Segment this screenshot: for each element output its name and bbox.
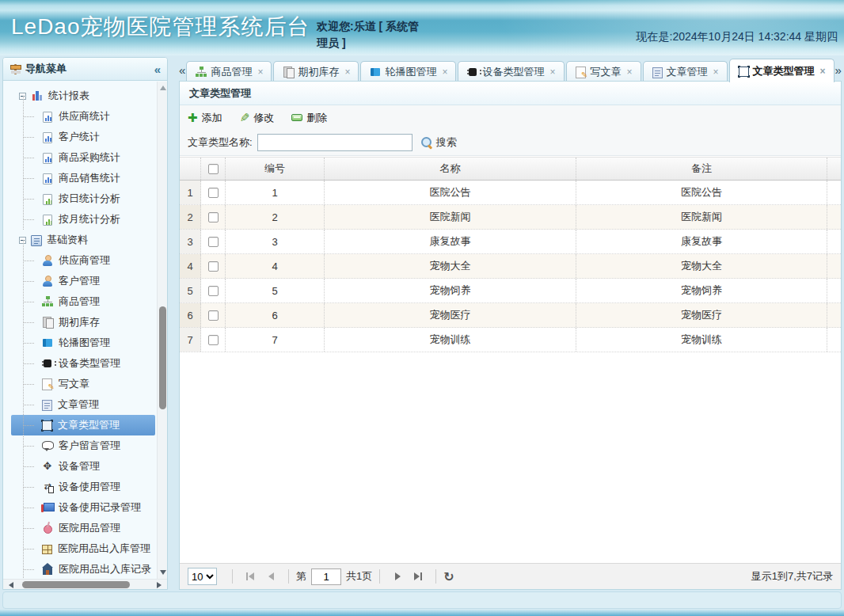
tree-item[interactable]: 商品销售统计 <box>11 168 155 188</box>
scroll-up-icon[interactable] <box>160 86 166 90</box>
horizontal-scroll-thumb[interactable] <box>22 581 130 588</box>
last-page-button[interactable] <box>408 568 428 585</box>
tree-item[interactable]: 客户管理 <box>11 271 155 291</box>
nav-panel: 导航菜单 « 统计报表 供应商统计 客户统计 <box>2 57 168 590</box>
delete-button[interactable]: 删除 <box>291 111 327 125</box>
tree-item[interactable]: 写文章 <box>11 374 155 394</box>
tab[interactable]: 轮播图管理 × <box>360 61 456 82</box>
tree-item[interactable]: 按日统计分析 <box>11 188 155 209</box>
row-checkbox[interactable] <box>208 237 219 247</box>
tab-close-icon[interactable]: × <box>627 68 633 76</box>
page-size-select[interactable]: 10 <box>188 568 217 585</box>
tab-close-icon[interactable]: × <box>344 68 350 76</box>
tree-item[interactable]: 供应商管理 <box>11 250 155 271</box>
tree-item[interactable]: 商品采购统计 <box>11 147 155 168</box>
tab[interactable]: 文章类型管理 × <box>729 59 834 82</box>
tree-item[interactable]: 轮播图管理 <box>11 333 155 353</box>
tree-item[interactable]: 医院用品出入库记录 <box>11 559 155 579</box>
table-row[interactable]: 5 5 宠物饲养 宠物饲养 <box>180 279 841 303</box>
tab[interactable]: 文章管理 × <box>643 61 728 82</box>
row-checkbox[interactable] <box>208 335 219 345</box>
row-checkbox-cell <box>201 303 226 327</box>
tree-item[interactable]: 文章管理 <box>11 394 155 415</box>
tree-item[interactable]: ⇄ 设备使用管理 <box>11 477 155 497</box>
tab-close-icon[interactable]: × <box>257 68 263 76</box>
message-icon <box>41 439 54 452</box>
search-input[interactable] <box>257 134 412 151</box>
chart-doc-green-icon <box>43 215 52 226</box>
tab[interactable]: 写文章 × <box>566 61 641 82</box>
row-checkbox[interactable] <box>208 188 219 198</box>
table-row[interactable]: 4 4 宠物大全 宠物大全 <box>180 254 841 279</box>
vertical-scroll-thumb[interactable] <box>159 306 166 409</box>
prev-page-button[interactable] <box>260 568 281 585</box>
tree-item[interactable]: 客户统计 <box>11 127 155 147</box>
device-use-icon: ⇄ <box>41 481 54 493</box>
tree-item[interactable]: 医院用品出入库管理 <box>11 538 155 559</box>
table-row[interactable]: 6 6 宠物医疗 宠物医疗 <box>180 303 841 328</box>
page-label-before: 第 <box>296 569 306 584</box>
datetime-text: 现在是:2024年10月24日 14:32:44 星期四 <box>637 30 838 44</box>
tab-close-icon[interactable]: × <box>442 68 447 76</box>
tab-close-icon[interactable]: × <box>713 68 719 76</box>
tree-item[interactable]: 设备类型管理 <box>11 353 155 374</box>
header-checkbox-cell <box>201 158 226 180</box>
layout-splitter[interactable] <box>168 57 179 590</box>
sidebar-collapse-button[interactable]: « <box>154 63 161 76</box>
column-header-id[interactable]: 编号 <box>226 158 325 180</box>
tree-item[interactable]: ✥ 设备管理 <box>11 456 155 477</box>
tree-item[interactable]: 客户留言管理 <box>11 435 155 456</box>
scroll-right-icon[interactable] <box>157 582 162 588</box>
column-header-name[interactable]: 名称 <box>325 158 576 180</box>
cell-remark: 医院新闻 <box>576 205 827 229</box>
row-number: 2 <box>180 205 201 229</box>
tree-item-label: 轮播图管理 <box>59 336 110 350</box>
scroll-down-icon[interactable] <box>160 570 166 575</box>
minus-icon <box>291 114 302 121</box>
row-checkbox[interactable] <box>208 310 219 321</box>
sidebar-vertical-scrollbar[interactable] <box>157 82 167 579</box>
tree-item[interactable]: 统计报表 <box>11 86 155 106</box>
row-checkbox[interactable] <box>208 286 219 296</box>
tab-scroll-left-button[interactable]: « <box>179 59 185 80</box>
welcome-text: 欢迎您:乐道 [ 系统管理员 ] <box>317 18 424 51</box>
sidebar-horizontal-scrollbar[interactable] <box>3 579 167 589</box>
tab[interactable]: 商品管理 × <box>186 61 272 82</box>
tree-item[interactable]: 按月统计分析 <box>11 209 155 230</box>
tab-close-icon[interactable]: × <box>549 68 555 76</box>
scroll-left-icon[interactable] <box>9 582 13 588</box>
first-page-button[interactable] <box>240 568 260 585</box>
tree-item[interactable]: 供应商统计 <box>11 106 155 127</box>
tree-item[interactable]: 期初库存 <box>11 312 155 333</box>
table-row[interactable]: 7 7 宠物训练 宠物训练 <box>180 328 841 352</box>
refresh-icon[interactable]: ↻ <box>443 569 454 584</box>
edit-button[interactable]: ✎ 修改 <box>240 111 275 125</box>
table-row[interactable]: 2 2 医院新闻 医院新闻 <box>180 205 841 230</box>
table-row[interactable]: 3 3 康复故事 康复故事 <box>180 230 841 254</box>
cell-name: 医院新闻 <box>325 205 576 229</box>
tree-item[interactable]: 医院用品管理 <box>11 518 155 538</box>
tab[interactable]: 设备类型管理 × <box>458 61 564 82</box>
tab-close-icon[interactable]: × <box>820 67 826 75</box>
cell-remark: 宠物饲养 <box>576 279 827 302</box>
next-page-button[interactable] <box>387 568 408 585</box>
tab-scroll-right-button[interactable]: » <box>835 59 842 80</box>
row-checkbox[interactable] <box>208 212 219 222</box>
cell-filler <box>827 303 841 327</box>
tree-item[interactable]: 商品管理 <box>11 291 155 312</box>
select-all-checkbox[interactable] <box>208 164 219 174</box>
row-checkbox-cell <box>201 254 226 278</box>
row-number: 1 <box>180 181 201 204</box>
column-header-remark[interactable]: 备注 <box>576 158 827 180</box>
table-row[interactable]: 1 1 医院公告 医院公告 <box>180 181 841 205</box>
tree-item-label: 文章类型管理 <box>58 418 120 432</box>
tree-item[interactable]: 基础资料 <box>11 230 155 250</box>
search-button[interactable]: 搜索 <box>420 135 457 150</box>
page-input[interactable] <box>311 568 341 585</box>
tree-item[interactable]: 文章类型管理 <box>11 415 155 435</box>
add-button[interactable]: ✚ 添加 <box>188 111 222 125</box>
row-checkbox[interactable] <box>208 261 219 272</box>
search-row: 文章类型名称: 搜索 <box>180 130 841 156</box>
tree-item[interactable]: 设备使用记录管理 <box>11 497 155 518</box>
tab[interactable]: 期初库存 × <box>273 61 359 82</box>
